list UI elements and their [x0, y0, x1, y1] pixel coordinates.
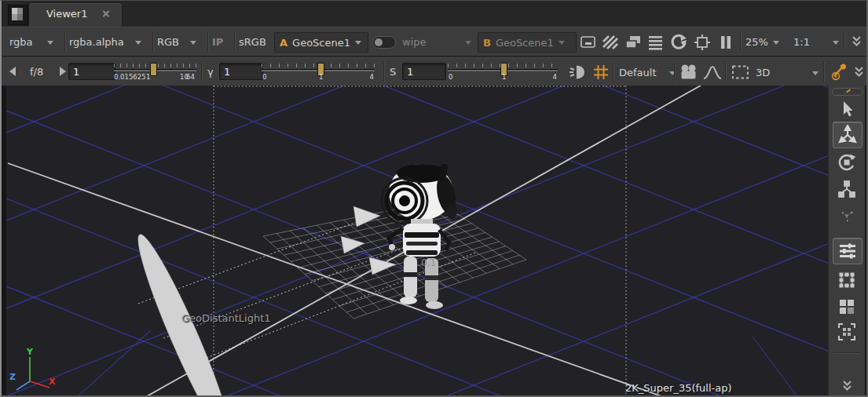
collapse-toolbar2-button[interactable] [852, 65, 866, 78]
chevron-down-icon [465, 41, 471, 45]
pause-button[interactable] [717, 34, 734, 51]
divider [234, 31, 235, 51]
collapse-toolbar-button[interactable] [850, 35, 863, 48]
divider [64, 31, 65, 51]
gamma-symbol: γ [207, 62, 214, 82]
roi-icon [694, 34, 712, 51]
refresh-icon [668, 33, 689, 52]
tool-fit-view-button[interactable] [833, 319, 861, 344]
cursor-icon [837, 100, 856, 118]
viewer-toolbar-bottom: f/8 0.015625 1 10 64 γ 0 1 4 S [2, 56, 866, 86]
tool-select-button[interactable] [833, 97, 861, 122]
input-a-dropdown[interactable]: A GeoScene1 [274, 32, 368, 53]
chevron-down-icon [355, 41, 361, 45]
viewer-process-button[interactable]: sRGB [239, 32, 266, 53]
chevron-down-icon [190, 41, 196, 45]
channels-dropdown[interactable]: RGB [157, 32, 204, 53]
tool-rotate-button[interactable] [833, 150, 861, 175]
tool-layout-grid-button[interactable] [833, 294, 861, 319]
divider [740, 31, 741, 51]
gamma-input[interactable] [219, 63, 263, 80]
transform-grid-icon [837, 270, 857, 290]
lighting-toggle-button[interactable] [569, 63, 588, 82]
tab-viewer1[interactable]: Viewer1 × [28, 2, 123, 27]
divider [201, 62, 202, 82]
view-mode-dropdown[interactable]: 3D [756, 63, 819, 83]
gain-slider[interactable]: 0.015625 1 10 64 [114, 62, 196, 86]
pixel-aspect-label: 1:1 [793, 32, 810, 53]
gain-input[interactable] [68, 63, 115, 80]
input-b-dropdown[interactable]: B GeoScene1 [478, 32, 577, 53]
layer-dropdown[interactable]: rgba [6, 32, 63, 53]
roi-button[interactable] [694, 34, 712, 51]
input-process-button[interactable]: IP [212, 32, 223, 53]
aspect-dropdown[interactable]: 1:1 [793, 32, 839, 53]
format-label: 2K_Super_35(full-ap) [625, 382, 732, 394]
tool-sliders-button[interactable] [833, 238, 863, 264]
tool-transform-grid-button[interactable] [833, 268, 861, 293]
translate-icon [837, 125, 858, 145]
origin-label: 0,1 [421, 257, 436, 268]
camera-button[interactable] [679, 64, 699, 81]
tick-label: 0 [449, 73, 452, 81]
wipe-toggle[interactable] [372, 36, 396, 49]
alpha-layer-dropdown[interactable]: rgba.alpha [69, 32, 152, 53]
zoom-dropdown[interactable]: 25% [745, 32, 788, 53]
tab-title: Viewer1 [46, 8, 87, 20]
axis-y-label: Y [27, 347, 33, 357]
tool-translate-button[interactable] [833, 122, 863, 148]
pane-menu-button[interactable] [8, 5, 28, 25]
compare-button[interactable] [624, 35, 643, 50]
color-sampler-button[interactable] [829, 62, 850, 82]
scrollbar-marker [846, 89, 851, 93]
divider [833, 352, 860, 353]
snap-dashed-icon [837, 206, 857, 226]
wipe-dropdown[interactable]: wipe [402, 32, 471, 53]
scanlines-button[interactable] [646, 35, 665, 50]
tick-label: 0.015625 [114, 73, 146, 81]
input-b-letter: B [483, 37, 491, 49]
chevron-down-icon [812, 71, 819, 75]
layout-grid-icon [837, 297, 856, 316]
tick-label: 4 [370, 73, 374, 81]
marquee-icon [731, 64, 751, 81]
channels-label: RGB [157, 32, 179, 53]
axis-z-label: Z [9, 372, 16, 382]
gamma-slider[interactable]: 0 1 4 [262, 62, 375, 86]
chevron-double-down-icon [852, 65, 866, 78]
tick-label: 4 [553, 73, 557, 81]
collapse-sidebar-button[interactable] [833, 373, 861, 397]
gain-slider-handle[interactable] [150, 63, 157, 76]
chevron-down-icon [559, 41, 565, 45]
tool-snap-button[interactable] [833, 203, 861, 228]
next-fstop-button[interactable] [58, 66, 68, 77]
grid-snap-button[interactable] [592, 64, 610, 81]
lighting-mode-label: Default [619, 63, 657, 83]
saturation-slider[interactable]: 0 1 4 [448, 62, 558, 86]
tool-scale-hierarchy-button[interactable] [833, 177, 861, 202]
prev-fstop-button[interactable] [8, 66, 17, 77]
marquee-button[interactable] [731, 64, 751, 81]
lighting-mode-dropdown[interactable]: Default [619, 63, 676, 83]
chevron-down-icon [135, 41, 141, 45]
gaussian-curve-button[interactable] [702, 64, 723, 81]
refresh-button[interactable] [668, 33, 689, 52]
mask-button[interactable] [601, 35, 620, 50]
view-mode-label: 3D [756, 63, 770, 83]
mask-icon [601, 35, 620, 50]
arrow-left-icon [8, 66, 17, 77]
tick-label: 1 [502, 73, 506, 81]
tab-close-icon[interactable]: × [101, 7, 111, 20]
tick-label: 0 [262, 73, 266, 81]
nuke-viewer-window: Viewer1 × rgba rgba.alpha RGB IP sRGB A … [0, 0, 868, 397]
chevron-down-icon [773, 41, 779, 45]
saturation-input[interactable] [402, 63, 446, 80]
tick-label: 64 [186, 73, 195, 81]
viewport-3d[interactable] [6, 86, 828, 396]
fit-view-icon [837, 322, 857, 342]
chevron-double-down-icon [850, 35, 863, 48]
viewer-format-button[interactable] [579, 35, 598, 50]
divider [823, 62, 824, 82]
compare-icon [624, 35, 643, 50]
side-scrollbar[interactable] [832, 88, 863, 96]
